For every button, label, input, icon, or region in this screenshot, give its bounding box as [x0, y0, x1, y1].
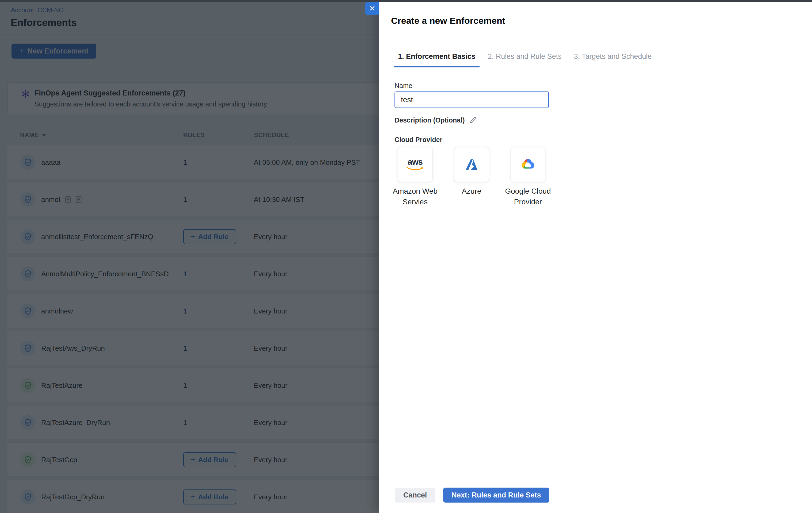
description-label: Description (Optional) [395, 116, 465, 124]
wizard-tabs: 1. Enforcement Basics2. Rules and Rule S… [394, 52, 656, 67]
provider-aws: aws Amazon Web Servies [398, 147, 433, 182]
text-caret [415, 95, 415, 104]
wizard-tab-1[interactable]: 1. Enforcement Basics [394, 52, 480, 67]
aws-card[interactable]: aws [398, 147, 433, 182]
cloud-provider-cards: aws Amazon Web Servies [398, 147, 545, 182]
name-label: Name [395, 82, 412, 90]
next-button[interactable]: Next: Rules and Rule Sets [443, 488, 549, 503]
cloud-provider-label: Cloud Provider [395, 136, 442, 144]
gcp-card[interactable] [511, 147, 545, 182]
description-row: Description (Optional) [395, 116, 477, 124]
drawer-title: Create a new Enforcement [391, 16, 505, 26]
wizard-tab-2[interactable]: 2. Rules and Rule Sets [484, 52, 566, 67]
drawer-header-divider [379, 45, 812, 45]
edit-description-pencil-icon[interactable] [469, 116, 477, 124]
provider-gcp: Google Cloud Provider [511, 147, 545, 182]
azure-card[interactable] [454, 147, 489, 182]
gcp-logo-icon [519, 156, 536, 173]
azure-card-label: Azure [447, 186, 496, 197]
tabs-divider [379, 66, 812, 66]
gcp-card-label: Google Cloud Provider [503, 186, 553, 207]
aws-card-label: Amazon Web Servies [390, 186, 440, 207]
provider-azure: Azure [454, 147, 489, 182]
create-enforcement-drawer: Create a new Enforcement 1. Enforcement … [379, 0, 812, 513]
aws-logo-icon: aws [406, 158, 424, 171]
close-icon [369, 5, 376, 12]
cancel-button[interactable]: Cancel [395, 488, 435, 503]
window-top-edge [0, 0, 812, 2]
drawer-footer: Cancel Next: Rules and Rule Sets [379, 488, 812, 503]
name-input-wrap [395, 91, 549, 108]
wizard-tab-3[interactable]: 3. Targets and Schedule [570, 52, 656, 67]
close-button[interactable] [365, 1, 379, 15]
name-input[interactable] [395, 91, 549, 108]
azure-logo-icon [463, 156, 480, 173]
